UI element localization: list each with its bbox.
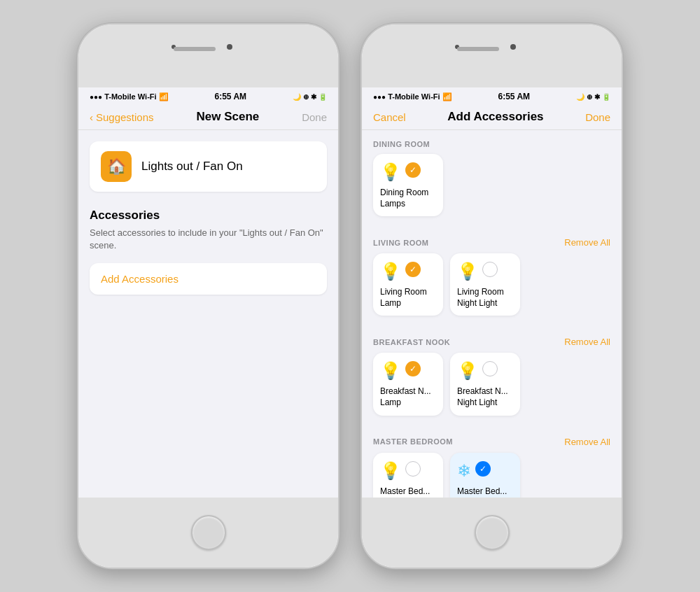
signal-icon-2: ●●● (373, 93, 386, 101)
accessory-living-lamp[interactable]: 💡 ✓ Living RoomLamp (373, 253, 443, 316)
accessory-living-nightlight[interactable]: 💡 Living RoomNight Light (450, 253, 520, 316)
room-label-living: LIVING ROOM (373, 239, 428, 247)
accessories-content: DINING ROOM 💡 ✓ Dining RoomLamps (362, 130, 622, 498)
bulb-icon-dining-lamps: 💡 (380, 162, 401, 182)
remove-all-breakfast[interactable]: Remove All (564, 337, 610, 347)
phone-1: ●●● T-Mobile Wi-Fi 📶 6:55 AM 🌙 ⊕ ✱ 🔋 ‹ S… (77, 23, 340, 569)
room-section-dining: DINING ROOM 💡 ✓ Dining RoomLamps (362, 130, 622, 227)
room-label-dining: DINING ROOM (373, 140, 430, 148)
scene-icon: 🏠 (101, 151, 132, 182)
nav-title-1: New Scene (196, 110, 259, 124)
accessories-desc: Select accessories to include in your "L… (90, 227, 327, 252)
phone-2-top (362, 24, 622, 87)
status-bar-1: ●●● T-Mobile Wi-Fi 📶 6:55 AM 🌙 ⊕ ✱ 🔋 (78, 87, 338, 104)
card-icon-row-breakfast-nightlight: 💡 (457, 361, 513, 381)
nav-bar-1: ‹ Suggestions New Scene Done (78, 104, 338, 130)
done-button-2[interactable]: Done (585, 111, 610, 123)
battery-icon-1: 🔋 (318, 93, 327, 101)
card-label-dining-lamps: Dining RoomLamps (380, 188, 436, 209)
check-badge-dining-lamps: ✓ (405, 162, 421, 178)
accessory-dining-lamps[interactable]: 💡 ✓ Dining RoomLamps (373, 154, 443, 216)
wifi-icon-2: 📶 (442, 92, 452, 101)
carrier-1: T-Mobile Wi-Fi (104, 92, 156, 101)
accessories-grid-dining: 💡 ✓ Dining RoomLamps (362, 154, 622, 227)
back-label-1[interactable]: Suggestions (96, 111, 154, 123)
bulb-icon-living-lamp: 💡 (380, 262, 401, 281)
location-icon-1: ⊕ (303, 93, 309, 101)
card-icon-row-living-nightlight: 💡 (457, 262, 513, 281)
add-accessories-button[interactable]: Add Accessories (90, 263, 327, 295)
card-label-living-nightlight: Living RoomNight Light (457, 287, 513, 309)
phone-1-top (78, 24, 338, 87)
phone-1-camera (227, 44, 232, 50)
room-header-dining: DINING ROOM (362, 130, 622, 154)
bulb-icon-breakfast-lamp: 💡 (380, 361, 401, 381)
home-icon: 🏠 (107, 157, 126, 176)
accessory-master-sleep[interactable]: ❄ ✓ Master Bed...Sleep Mach... (450, 453, 520, 498)
cancel-button[interactable]: Cancel (373, 111, 406, 123)
moon-icon-1: 🌙 (293, 93, 301, 101)
room-header-living: LIVING ROOM Remove All (362, 227, 622, 253)
bluetooth-icon-2: ✱ (594, 93, 600, 101)
card-icon-row-master-nightlight: 💡 (380, 461, 436, 481)
back-button-1[interactable]: ‹ Suggestions (90, 111, 154, 123)
status-right-1: 🌙 ⊕ ✱ 🔋 (293, 93, 327, 101)
accessories-title: Accessories (90, 209, 327, 223)
remove-all-living[interactable]: Remove All (564, 237, 610, 248)
accessories-grid-living: 💡 ✓ Living RoomLamp 💡 Living RoomNight L… (362, 253, 622, 327)
status-right-2: 🌙 ⊕ ✱ 🔋 (576, 93, 610, 101)
done-button-1[interactable]: Done (302, 111, 327, 123)
room-header-master: MASTER BEDROOM Remove All (362, 427, 622, 453)
card-icon-row-dining-lamps: 💡 ✓ (380, 162, 436, 182)
status-bar-2: ●●● T-Mobile Wi-Fi 📶 6:55 AM 🌙 ⊕ ✱ 🔋 (362, 87, 622, 104)
empty-circle-living-nightlight (482, 262, 498, 277)
accessory-breakfast-lamp[interactable]: 💡 ✓ Breakfast N...Lamp (373, 353, 443, 415)
screen-content-1: 🏠 Lights out / Fan On Accessories Select… (78, 130, 338, 498)
bluetooth-icon-1: ✱ (311, 93, 316, 101)
accessories-grid-breakfast: 💡 ✓ Breakfast N...Lamp 💡 Breakfast N...N… (362, 353, 622, 426)
remove-all-master[interactable]: Remove All (564, 437, 610, 447)
scene-name[interactable]: Lights out / Fan On (141, 160, 243, 174)
room-label-master: MASTER BEDROOM (373, 437, 453, 446)
home-button-1[interactable] (191, 515, 226, 550)
fan-icon-master-sleep: ❄ (457, 461, 471, 481)
check-badge-living-lamp: ✓ (405, 262, 421, 277)
room-section-breakfast: BREAKFAST NOOK Remove All 💡 ✓ Breakfast … (362, 327, 622, 426)
check-badge-breakfast-lamp: ✓ (405, 361, 421, 376)
empty-circle-breakfast-nightlight (482, 361, 498, 376)
location-icon-2: ⊕ (587, 93, 592, 101)
signal-icon-1: ●●● (90, 93, 102, 101)
phone-2-speaker (457, 47, 499, 51)
carrier-2: T-Mobile Wi-Fi (388, 92, 440, 101)
room-header-breakfast: BREAKFAST NOOK Remove All (362, 327, 622, 353)
nav-title-2: Add Accessories (447, 110, 543, 124)
bulb-icon-master-nightlight: 💡 (380, 461, 401, 481)
home-button-2[interactable] (475, 515, 510, 550)
time-1: 6:55 AM (215, 92, 247, 101)
status-left-2: ●●● T-Mobile Wi-Fi 📶 (373, 92, 452, 101)
phone-2: ●●● T-Mobile Wi-Fi 📶 6:55 AM 🌙 ⊕ ✱ 🔋 Can… (360, 23, 623, 569)
card-label-living-lamp: Living RoomLamp (380, 287, 436, 309)
accessories-grid-master: 💡 Master Bed...Night Light ❄ ✓ Master Be… (362, 453, 622, 498)
card-icon-row-living-lamp: 💡 ✓ (380, 262, 436, 281)
accessories-section: Accessories Select accessories to includ… (90, 209, 327, 295)
wifi-icon-1: 📶 (159, 92, 169, 101)
card-label-master-nightlight: Master Bed...Night Light (380, 486, 436, 498)
status-left-1: ●●● T-Mobile Wi-Fi 📶 (90, 92, 169, 101)
accessory-master-nightlight[interactable]: 💡 Master Bed...Night Light (373, 453, 443, 498)
room-label-breakfast: BREAKFAST NOOK (373, 338, 450, 346)
room-section-living: LIVING ROOM Remove All 💡 ✓ Living RoomLa… (362, 227, 622, 327)
bulb-icon-breakfast-nightlight: 💡 (457, 361, 478, 381)
scene-name-box: 🏠 Lights out / Fan On (90, 141, 327, 192)
phone-1-speaker (174, 47, 216, 51)
chevron-left-icon-1: ‹ (90, 111, 93, 123)
bulb-icon-living-nightlight: 💡 (457, 262, 478, 281)
card-icon-row-breakfast-lamp: 💡 ✓ (380, 361, 436, 381)
time-2: 6:55 AM (498, 92, 531, 101)
room-section-master: MASTER BEDROOM Remove All 💡 Master Bed..… (362, 427, 622, 498)
phone-1-screen: ●●● T-Mobile Wi-Fi 📶 6:55 AM 🌙 ⊕ ✱ 🔋 ‹ S… (78, 87, 338, 498)
phone-2-camera (510, 44, 516, 50)
card-label-breakfast-nightlight: Breakfast N...Night Light (457, 386, 513, 408)
check-badge-master-sleep: ✓ (475, 461, 491, 477)
accessory-breakfast-nightlight[interactable]: 💡 Breakfast N...Night Light (450, 353, 520, 415)
